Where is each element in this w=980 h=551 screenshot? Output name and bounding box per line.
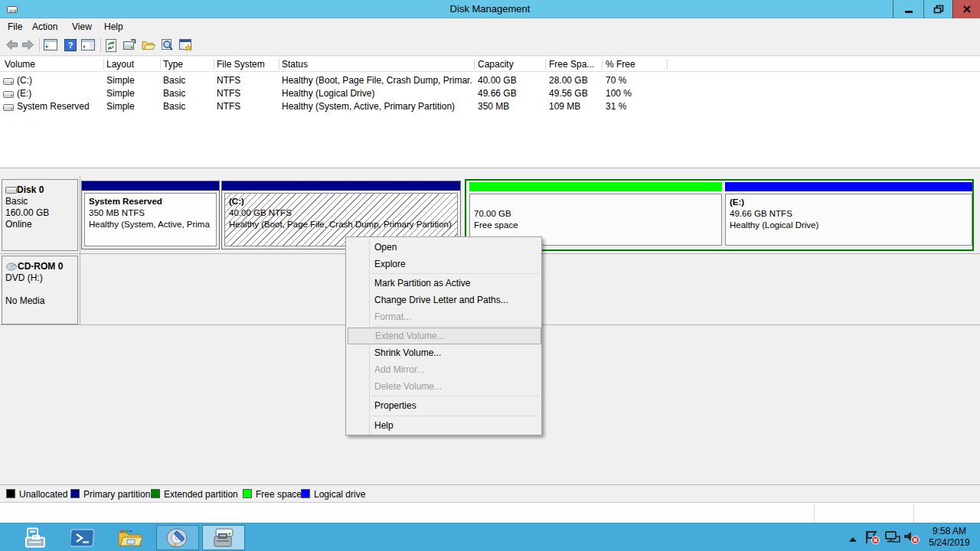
cdrom-status: No Media — [5, 295, 44, 306]
partition-e[interactable]: (E:) 49.66 GB NTFS Healthy (Logical Driv… — [725, 182, 972, 248]
menu-item-delete-volume: Delete Volume... — [348, 378, 541, 395]
open-folder-icon[interactable] — [142, 39, 155, 53]
taskbar: 9:58 AM 5/24/2019 — [0, 523, 980, 551]
menu-item-properties[interactable]: Properties — [348, 397, 541, 414]
col-file-system[interactable]: File System — [217, 59, 265, 70]
back-icon[interactable] — [5, 39, 18, 53]
cell-free-space: 109 MB — [549, 101, 580, 112]
cell-file-system: NTFS — [217, 88, 240, 99]
cell-volume: (C:) — [17, 75, 32, 86]
menu-item-format: Format... — [348, 308, 541, 325]
legend-primary-partition: Primary partition — [83, 489, 150, 500]
col-capacity[interactable]: Capacity — [478, 59, 514, 70]
cell-status: Healthy (Boot, Page File, Crash Dump, Pr… — [282, 75, 473, 86]
drive-icon — [3, 103, 14, 113]
menu-item-shrink-volume[interactable]: Shrink Volume... — [348, 344, 541, 361]
menu-action[interactable]: Action — [29, 21, 60, 32]
menu-item-change-drive-letter[interactable]: Change Drive Letter and Paths... — [348, 292, 541, 308]
refresh-icon[interactable] — [105, 39, 117, 54]
close-button[interactable] — [952, 0, 980, 18]
col-volume[interactable]: Volume — [5, 59, 35, 70]
restore-button[interactable] — [923, 0, 952, 18]
manage-icon[interactable] — [179, 39, 193, 54]
logical-drive-bar — [725, 182, 972, 191]
col-free-space[interactable]: Free Spa... — [549, 59, 594, 70]
cdrom-name: CD-ROM 0 — [18, 261, 63, 272]
clock-date: 5/24/2019 — [923, 537, 976, 549]
cell-volume: System Reserved — [17, 101, 90, 112]
status-bar — [0, 502, 980, 523]
network-icon[interactable] — [884, 530, 901, 546]
cell-capacity: 49.66 GB — [478, 88, 517, 99]
partition-size: 49.66 GB NTFS — [730, 209, 792, 218]
menu-file[interactable]: File — [5, 21, 25, 32]
cell-capacity: 40.00 GB — [478, 75, 517, 86]
logical-drive-swatch — [301, 489, 310, 498]
partition-status: Healthy (Boot, Page File, Crash Dump, Pr… — [229, 220, 452, 229]
partition-name: System Reserved — [89, 197, 162, 206]
toolbar: ? — [0, 34, 980, 56]
console-tree-icon[interactable] — [44, 39, 57, 53]
action-pane-icon[interactable] — [81, 39, 95, 53]
legend-unallocated: Unallocated — [19, 489, 67, 500]
col-pct-free[interactable]: % Free — [606, 59, 635, 70]
cell-free-space: 49.56 GB — [549, 88, 588, 99]
find-icon[interactable] — [161, 39, 174, 54]
volume-row-system-reserved[interactable]: System Reserved Simple Basic NTFS Health… — [0, 101, 980, 114]
clock-time: 9:58 AM — [923, 526, 976, 537]
col-type[interactable]: Type — [163, 59, 183, 70]
taskbar-disk-management[interactable] — [202, 525, 245, 550]
taskbar-file-explorer[interactable] — [109, 525, 152, 550]
cell-file-system: NTFS — [217, 101, 240, 112]
disk0-name: Disk 0 — [17, 184, 44, 195]
drive-icon — [3, 90, 14, 100]
partition-status: Healthy (Logical Drive) — [730, 220, 818, 230]
minimize-button[interactable] — [893, 0, 923, 18]
legend-logical-drive: Logical drive — [314, 489, 365, 500]
forward-icon[interactable] — [21, 39, 34, 53]
extended-partition-swatch — [151, 489, 160, 498]
action-center-flag-icon[interactable] — [864, 530, 880, 547]
desktop: Disk Management File Action View Help ? — [0, 0, 980, 551]
toolbar-separator — [39, 38, 40, 52]
taskbar-clock[interactable]: 9:58 AM 5/24/2019 — [923, 526, 976, 549]
menu-item-mark-partition-active[interactable]: Mark Partition as Active — [348, 275, 541, 292]
cell-type: Basic — [163, 101, 185, 112]
cell-file-system: NTFS — [217, 75, 240, 86]
cell-capacity: 350 MB — [478, 101, 509, 112]
menu-item-help[interactable]: Help — [348, 417, 541, 434]
col-layout[interactable]: Layout — [106, 59, 134, 70]
volume-row-e[interactable]: (E:) Simple Basic NTFS Healthy (Logical … — [0, 88, 980, 101]
title-bar: Disk Management — [0, 0, 980, 18]
col-status[interactable]: Status — [282, 59, 308, 70]
cell-layout: Simple — [106, 88, 135, 99]
menu-view[interactable]: View — [69, 21, 95, 32]
disk0-info-panel[interactable]: Disk 0 Basic 160.00 GB Online — [2, 179, 78, 251]
free-space-size: 70.00 GB — [474, 209, 511, 218]
menu-help[interactable]: Help — [101, 21, 126, 32]
cell-status: Healthy (Logical Drive) — [282, 88, 473, 99]
partition-name: (E:) — [730, 197, 744, 207]
taskbar-powershell[interactable] — [61, 525, 104, 550]
hidden-icons-arrow[interactable] — [848, 534, 858, 545]
partition-system-reserved[interactable]: System Reserved 350 MB NTFS Healthy (Sys… — [81, 181, 220, 249]
legend-free-space: Free space — [256, 489, 302, 500]
help-icon[interactable]: ? — [64, 39, 77, 54]
cdrom-info-panel[interactable]: CD-ROM 0 DVD (H:) No Media — [2, 256, 78, 324]
partition-name: (C:) — [229, 197, 244, 206]
menu-item-explore[interactable]: Explore — [348, 256, 541, 272]
primary-partition-swatch — [70, 489, 80, 498]
menu-item-open[interactable]: Open — [348, 239, 541, 256]
drive-icon — [3, 77, 14, 87]
legend-extended-partition: Extended partition — [164, 489, 238, 500]
disk0-status: Online — [5, 219, 32, 230]
cell-layout: Simple — [106, 75, 135, 86]
taskbar-server-manager[interactable] — [15, 525, 57, 550]
menu-item-extend-volume: Extend Volume... — [348, 328, 541, 344]
cell-volume: (E:) — [17, 88, 31, 99]
volume-row-c[interactable]: (C:) Simple Basic NTFS Healthy (Boot, Pa… — [0, 75, 980, 88]
legend-bar: Unallocated Primary partition Extended p… — [0, 484, 980, 502]
device-properties-icon[interactable] — [123, 39, 136, 54]
volume-muted-icon[interactable] — [903, 530, 921, 547]
taskbar-disk-utility[interactable] — [156, 525, 199, 550]
